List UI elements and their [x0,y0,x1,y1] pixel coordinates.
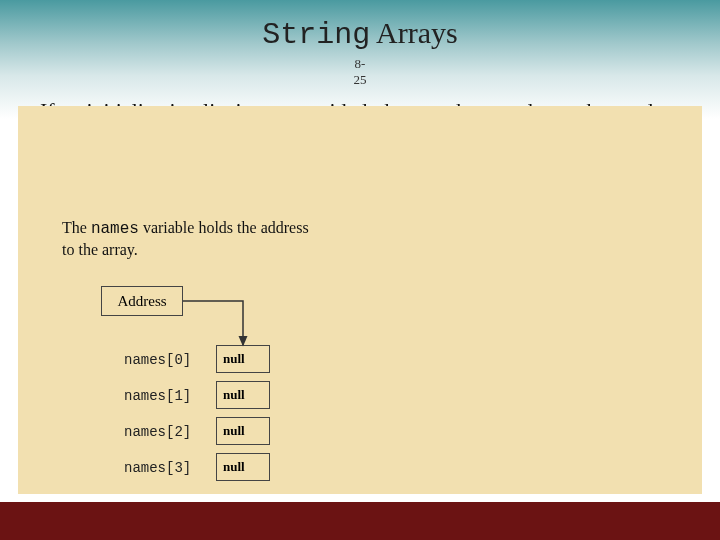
array-value-cell: null [216,453,270,481]
caption-var: names [91,220,139,238]
slide: String Arrays 8- 25 ✏If an initializatio… [0,0,720,540]
footer-band [0,502,720,540]
slide-title: String Arrays [0,0,720,52]
page-top: 8- [355,56,366,71]
array-value: null [223,387,245,402]
array-index-label: names[1] [124,388,191,404]
array-index-label: names[2] [124,424,191,440]
title-code-part: String [262,18,370,52]
caption-a: The [62,219,91,236]
caption-text: The names variable holds the address to … [62,218,322,261]
array-value: null [223,351,245,366]
page-number: 8- 25 [0,56,720,87]
array-index-label: names[3] [124,460,191,476]
array-value-cell: null [216,345,270,373]
array-index-label: names[0] [124,352,191,368]
page-bottom: 25 [354,72,367,87]
title-plain-part: Arrays [370,16,457,49]
array-value-cell: null [216,417,270,445]
array-value-cell: null [216,381,270,409]
array-value: null [223,459,245,474]
address-label: Address [117,293,166,309]
array-value: null [223,423,245,438]
address-box: Address [101,286,183,316]
